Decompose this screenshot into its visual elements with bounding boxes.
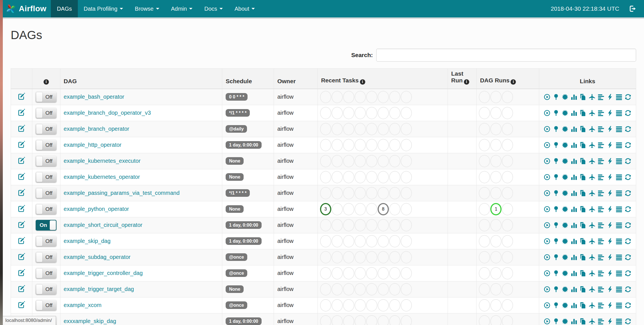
graph-view-icon[interactable]	[562, 270, 568, 277]
graph-view-icon[interactable]	[562, 318, 568, 325]
trigger-dag-icon[interactable]	[544, 94, 550, 100]
code-view-icon[interactable]	[607, 206, 613, 213]
dag-pause-toggle[interactable]: Off	[36, 92, 56, 102]
code-view-icon[interactable]	[607, 286, 613, 293]
gantt-icon[interactable]	[598, 126, 604, 132]
tree-view-icon[interactable]	[553, 286, 559, 293]
landing-times-icon[interactable]	[589, 142, 595, 148]
gantt-icon[interactable]	[598, 254, 604, 261]
trigger-dag-icon[interactable]	[544, 142, 550, 148]
gantt-icon[interactable]	[598, 94, 604, 100]
graph-view-icon[interactable]	[562, 94, 568, 100]
task-instance-circle[interactable]: 8	[378, 203, 389, 215]
trigger-dag-icon[interactable]	[544, 254, 550, 261]
search-input[interactable]	[376, 49, 636, 62]
landing-times-icon[interactable]	[589, 222, 595, 229]
dag-run-circle[interactable]: 1	[490, 203, 502, 215]
task-tries-icon[interactable]	[580, 110, 586, 116]
landing-times-icon[interactable]	[589, 110, 595, 116]
code-view-icon[interactable]	[607, 302, 613, 309]
landing-times-icon[interactable]	[589, 254, 595, 261]
logs-icon[interactable]	[616, 206, 622, 213]
edit-dag-icon[interactable]	[18, 253, 25, 260]
refresh-icon[interactable]	[625, 94, 631, 100]
code-view-icon[interactable]	[607, 158, 613, 164]
refresh-icon[interactable]	[625, 222, 631, 229]
task-duration-icon[interactable]	[571, 254, 577, 261]
gantt-icon[interactable]	[598, 110, 604, 116]
edit-dag-icon[interactable]	[18, 189, 25, 196]
logout-button[interactable]	[629, 0, 644, 17]
graph-view-icon[interactable]	[562, 126, 568, 132]
task-duration-icon[interactable]	[571, 142, 577, 148]
tree-view-icon[interactable]	[553, 158, 559, 164]
task-instance-circle[interactable]: 3	[320, 203, 331, 215]
refresh-icon[interactable]	[625, 238, 631, 245]
graph-view-icon[interactable]	[562, 302, 568, 309]
landing-times-icon[interactable]	[589, 190, 595, 197]
dag-link[interactable]: example_kubernetes_executor	[64, 158, 141, 164]
task-tries-icon[interactable]	[580, 238, 586, 245]
dag-pause-toggle[interactable]: Off	[36, 204, 56, 215]
task-duration-icon[interactable]	[571, 222, 577, 229]
graph-view-icon[interactable]	[562, 158, 568, 164]
edit-dag-icon[interactable]	[18, 93, 25, 100]
trigger-dag-icon[interactable]	[544, 126, 550, 132]
task-tries-icon[interactable]	[580, 174, 586, 180]
graph-view-icon[interactable]	[562, 190, 568, 197]
dag-link[interactable]: exxxample_skip_dag	[64, 318, 116, 324]
brand-home-link[interactable]: Airflow	[3, 0, 51, 17]
logs-icon[interactable]	[616, 222, 622, 229]
gantt-icon[interactable]	[598, 142, 604, 148]
edit-dag-icon[interactable]	[18, 285, 25, 292]
task-duration-icon[interactable]	[571, 206, 577, 213]
task-duration-icon[interactable]	[571, 302, 577, 309]
task-tries-icon[interactable]	[580, 158, 586, 164]
code-view-icon[interactable]	[607, 190, 613, 197]
gantt-icon[interactable]	[598, 270, 604, 277]
refresh-icon[interactable]	[625, 158, 631, 164]
logs-icon[interactable]	[616, 158, 622, 164]
refresh-icon[interactable]	[625, 206, 631, 213]
landing-times-icon[interactable]	[589, 238, 595, 245]
code-view-icon[interactable]	[607, 126, 613, 132]
landing-times-icon[interactable]	[589, 302, 595, 309]
logs-icon[interactable]	[616, 254, 622, 261]
tree-view-icon[interactable]	[553, 126, 559, 132]
dag-link[interactable]: example_branch_dop_operator_v3	[64, 110, 151, 116]
graph-view-icon[interactable]	[562, 206, 568, 213]
task-duration-icon[interactable]	[571, 126, 577, 132]
edit-dag-icon[interactable]	[18, 269, 25, 276]
refresh-icon[interactable]	[625, 318, 631, 325]
refresh-icon[interactable]	[625, 110, 631, 116]
tree-view-icon[interactable]	[553, 238, 559, 245]
landing-times-icon[interactable]	[589, 286, 595, 293]
refresh-icon[interactable]	[625, 270, 631, 277]
trigger-dag-icon[interactable]	[544, 302, 550, 309]
landing-times-icon[interactable]	[589, 158, 595, 164]
tree-view-icon[interactable]	[553, 222, 559, 229]
code-view-icon[interactable]	[607, 254, 613, 261]
trigger-dag-icon[interactable]	[544, 206, 550, 213]
refresh-icon[interactable]	[625, 174, 631, 180]
gantt-icon[interactable]	[598, 174, 604, 180]
task-tries-icon[interactable]	[580, 190, 586, 197]
gantt-icon[interactable]	[598, 190, 604, 197]
task-duration-icon[interactable]	[571, 286, 577, 293]
trigger-dag-icon[interactable]	[544, 110, 550, 116]
edit-dag-icon[interactable]	[18, 125, 25, 132]
task-duration-icon[interactable]	[571, 318, 577, 325]
nav-item-about[interactable]: About	[229, 0, 261, 17]
dag-pause-toggle[interactable]: Off	[36, 172, 56, 182]
task-tries-icon[interactable]	[580, 302, 586, 309]
dag-link[interactable]: example_branch_operator	[64, 126, 130, 132]
landing-times-icon[interactable]	[589, 206, 595, 213]
code-view-icon[interactable]	[607, 174, 613, 180]
dag-link[interactable]: example_python_operator	[64, 206, 129, 212]
gantt-icon[interactable]	[598, 206, 604, 213]
refresh-icon[interactable]	[625, 286, 631, 293]
gantt-icon[interactable]	[598, 222, 604, 229]
logs-icon[interactable]	[616, 270, 622, 277]
graph-view-icon[interactable]	[562, 110, 568, 116]
nav-item-docs[interactable]: Docs	[198, 0, 229, 17]
